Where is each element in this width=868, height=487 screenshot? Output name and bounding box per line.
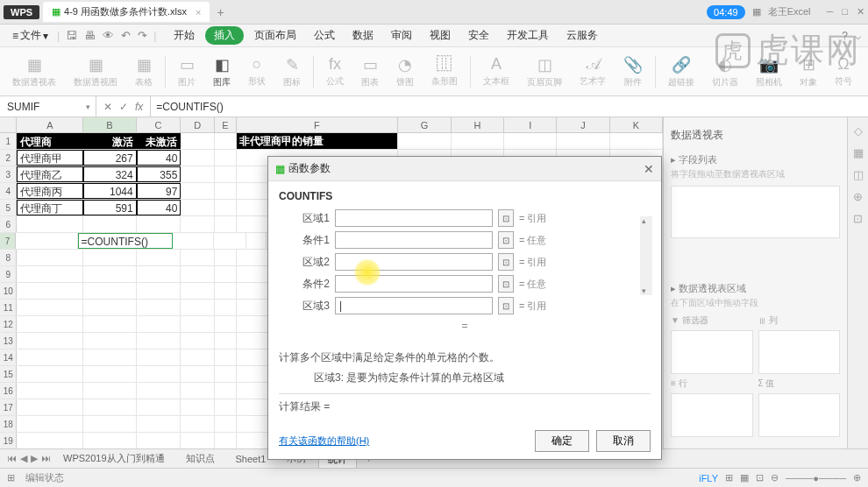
cell[interactable] (17, 333, 83, 349)
cell[interactable] (181, 166, 215, 182)
cell[interactable] (137, 333, 181, 349)
cell[interactable]: 代理商丙 (17, 183, 83, 199)
sheet-tab[interactable]: 知识点 (177, 450, 224, 467)
ribbon-item[interactable]: ▦数据透视表 (7, 55, 61, 88)
range-picker-icon[interactable]: ⊡ (498, 209, 514, 227)
file-tab[interactable]: ▦ 4-9 用函数做多条件计数.xlsx × (43, 2, 210, 22)
cell[interactable] (83, 283, 136, 299)
ribbon-item[interactable]: ⿲条形图 (426, 55, 463, 88)
tab-formula[interactable]: 公式 (307, 26, 342, 45)
cell[interactable] (83, 266, 136, 282)
name-box[interactable]: SUMIF (0, 96, 96, 116)
range-picker-icon[interactable]: ⊡ (498, 253, 514, 271)
cell[interactable]: 1044 (83, 183, 136, 199)
row-header[interactable]: 8 (0, 250, 17, 265)
cell[interactable] (83, 333, 136, 349)
cell[interactable] (215, 399, 236, 415)
row-header[interactable]: 5 (0, 200, 17, 215)
cell[interactable] (173, 233, 214, 249)
help-icon[interactable]: ? (842, 30, 848, 42)
row-header[interactable]: 16 (0, 383, 17, 399)
collapse-icon[interactable]: ⌵ (855, 30, 861, 42)
cell[interactable] (215, 366, 236, 382)
ribbon-item[interactable]: ◐切片器 (707, 55, 743, 88)
file-menu[interactable]: ≡ 文件 ▾ (7, 26, 53, 45)
ribbon-item[interactable]: ✎图标 (278, 55, 306, 88)
cell[interactable] (215, 133, 236, 149)
cell[interactable] (215, 200, 236, 215)
cell[interactable] (246, 233, 267, 249)
row-header[interactable]: 2 (0, 150, 17, 166)
col-header[interactable]: I (504, 117, 557, 132)
cell[interactable] (137, 416, 181, 432)
row-header[interactable]: 14 (0, 349, 17, 365)
col-header[interactable]: K (610, 117, 663, 132)
row-header[interactable]: 10 (0, 283, 17, 299)
ribbon-item[interactable]: 📎附件 (618, 55, 648, 88)
cell[interactable] (17, 416, 83, 432)
param-input[interactable] (335, 209, 493, 227)
cell[interactable]: 代理商丁 (17, 200, 83, 215)
col-header[interactable]: H (452, 117, 504, 132)
fx-icon[interactable]: fx (135, 101, 143, 113)
cell[interactable] (16, 233, 78, 249)
tab-view[interactable]: 视图 (423, 26, 458, 45)
sheet-last-icon[interactable]: ⏭ (41, 453, 51, 464)
view-break-icon[interactable]: ⊡ (756, 472, 764, 483)
cell[interactable] (215, 300, 236, 315)
col-header[interactable]: A (17, 117, 83, 132)
accept-formula-icon[interactable]: ✓ (119, 101, 128, 113)
row-header[interactable]: 3 (0, 166, 17, 182)
cell[interactable] (83, 383, 136, 399)
undo-icon[interactable]: ↶ (118, 29, 133, 42)
cell[interactable] (181, 333, 215, 349)
col-header[interactable]: B (83, 117, 136, 132)
cell[interactable] (181, 183, 215, 199)
cell[interactable] (215, 216, 236, 232)
cell[interactable] (181, 150, 215, 166)
cancel-formula-icon[interactable]: ✕ (103, 101, 112, 113)
param-input[interactable] (335, 253, 493, 271)
cell[interactable] (181, 216, 215, 232)
cell[interactable] (17, 300, 83, 315)
range-picker-icon[interactable]: ⊡ (498, 275, 514, 293)
minimize-icon[interactable]: ─ (827, 6, 834, 18)
cell[interactable]: 激活 (83, 133, 136, 149)
cell[interactable] (181, 349, 215, 365)
cell[interactable] (610, 133, 663, 149)
cell[interactable] (83, 300, 136, 315)
cell[interactable] (215, 383, 236, 399)
cell[interactable] (181, 316, 215, 332)
cancel-button[interactable]: 取消 (596, 430, 651, 452)
cell[interactable] (17, 433, 83, 448)
side-icon[interactable]: ⊡ (853, 212, 863, 225)
cell[interactable] (215, 166, 236, 182)
ribbon-item[interactable]: ◔饼图 (391, 55, 419, 88)
cell[interactable] (137, 366, 181, 382)
cell[interactable] (83, 399, 136, 415)
print-icon[interactable]: 🖶 (82, 29, 98, 42)
zoom-in-icon[interactable]: ⊕ (853, 472, 861, 483)
column-box[interactable] (758, 330, 841, 374)
cell[interactable] (17, 316, 83, 332)
tab-review[interactable]: 审阅 (384, 26, 419, 45)
cell[interactable] (83, 433, 136, 448)
cell[interactable] (137, 349, 181, 365)
cell[interactable]: 代理商 (17, 133, 83, 149)
col-header[interactable]: F (237, 117, 399, 132)
value-box[interactable] (758, 393, 841, 437)
side-icon[interactable]: ◇ (854, 124, 863, 138)
col-header[interactable]: C (137, 117, 181, 132)
cell[interactable]: 267 (83, 150, 136, 166)
ribbon-item[interactable]: Ω符号 (829, 55, 857, 88)
range-picker-icon[interactable]: ⊡ (498, 231, 514, 249)
close-tab-icon[interactable]: × (196, 7, 201, 18)
cell[interactable] (17, 216, 83, 232)
ribbon-item[interactable]: ▦数据透视图 (68, 55, 123, 88)
cell[interactable] (137, 266, 181, 282)
tab-layout[interactable]: 页面布局 (247, 26, 303, 45)
ribbon-item[interactable]: A文本框 (478, 55, 515, 88)
sheet-next-icon[interactable]: ▶ (31, 453, 38, 464)
ribbon-item[interactable]: 𝒜艺术字 (574, 55, 611, 88)
tab-cloud[interactable]: 云服务 (559, 26, 605, 45)
